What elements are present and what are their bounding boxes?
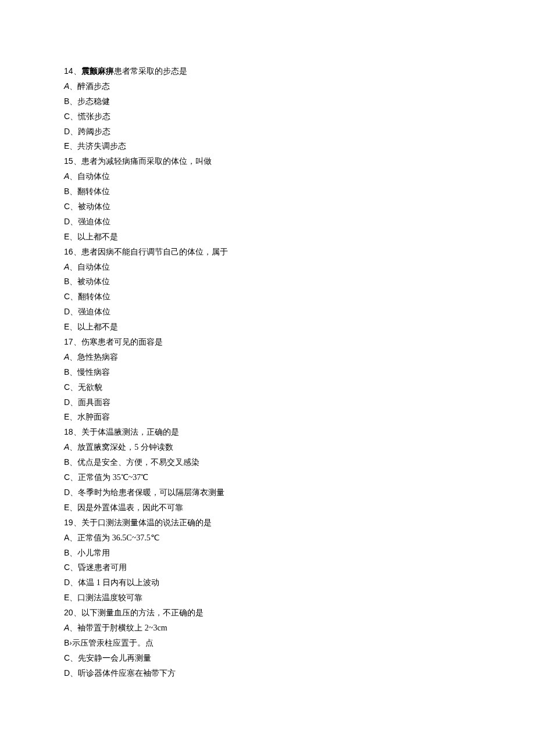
- option-label: B: [64, 96, 69, 106]
- option-line: D、体温 1 日内有以上波动: [64, 575, 465, 590]
- option-text: 正常值为 35℃~37℃: [78, 473, 148, 482]
- option-label: B: [64, 548, 69, 557]
- option-line: C、正常值为 35℃~37℃: [64, 470, 465, 485]
- option-label: D: [64, 307, 70, 316]
- option-label: E: [64, 232, 69, 241]
- option-text: 翻转体位: [78, 292, 110, 301]
- option-line: E、以上都不是: [64, 230, 465, 245]
- question-stem: 18、关于体温腋测法，正确的是: [64, 425, 465, 440]
- option-line: D、冬季时为给患者保暖，可以隔层薄衣测量: [64, 485, 465, 500]
- option-line: A、醉酒步态: [64, 79, 465, 94]
- option-label: C: [64, 292, 70, 301]
- option-text: 袖带置于肘横纹上 2~3cm: [77, 624, 167, 632]
- option-line: D、听诊器体件应塞在袖带下方: [64, 666, 465, 681]
- stem-emphasis: 震颤麻痹: [81, 67, 114, 76]
- option-line: B›示压管汞柱应置于。点: [64, 636, 465, 651]
- option-label: D: [64, 127, 70, 136]
- option-line: E、口测法温度较可靠: [64, 590, 465, 605]
- option-text: 翻转体位: [77, 187, 110, 196]
- question-stem: 16、患者因病不能自行调节自己的体位，属于: [64, 245, 465, 260]
- option-text: 自动体位: [77, 263, 110, 271]
- question-number: 18: [64, 427, 73, 436]
- option-text: 慌张步态: [78, 112, 110, 121]
- option-text: 小儿常用: [77, 549, 110, 557]
- option-label: A: [64, 533, 69, 542]
- option-line: D、跨阈步态: [64, 124, 465, 139]
- question-number: 20: [64, 608, 73, 617]
- question-stem: 19、关于口测法测量体温的说法正确的是: [64, 515, 465, 531]
- option-line: C、翻转体位: [64, 289, 465, 304]
- option-line: E、共济失调步态: [64, 139, 465, 154]
- option-line: D、面具面容: [64, 395, 465, 410]
- option-line: D、强迫体位: [64, 214, 465, 230]
- option-label: B: [64, 457, 69, 467]
- option-label: C: [64, 382, 70, 392]
- option-label: B: [64, 367, 69, 377]
- option-text: 步态稳健: [77, 97, 110, 106]
- option-line: B、被动体位: [64, 274, 465, 289]
- option-line: C、慌张步态: [64, 109, 465, 124]
- option-label: C: [64, 653, 70, 662]
- option-label: A: [64, 171, 69, 181]
- option-line: A、放置腋窝深处，5 分钟读数: [64, 440, 465, 455]
- option-text: 被动体位: [77, 277, 110, 286]
- stem-text: 患者为减轻病痛而采取的体位，叫做: [81, 157, 212, 166]
- stem-text: 关于口测法测量体温的说法正确的是: [81, 518, 212, 527]
- stem-text: 关于体温腋测法，正确的是: [81, 428, 179, 436]
- option-text: 示压管汞柱应置于。点: [72, 639, 154, 647]
- option-line: E、以上都不是: [64, 320, 465, 335]
- option-label: E: [64, 503, 69, 512]
- option-label: E: [64, 412, 69, 421]
- question-stem: 15、患者为减轻病痛而采取的体位，叫做: [64, 154, 465, 169]
- option-text: 自动体位: [77, 172, 110, 181]
- option-label: A: [64, 262, 69, 271]
- option-text: 以上都不是: [77, 323, 118, 331]
- option-text: 放置腋窝深处，5 分钟读数: [77, 443, 173, 452]
- option-text: 口测法温度较可靠: [77, 593, 142, 602]
- option-label: D: [64, 217, 70, 226]
- option-label: C: [64, 562, 70, 572]
- option-text: 共济失调步态: [77, 142, 126, 151]
- option-label: D: [64, 488, 70, 497]
- option-text: 水肿面容: [77, 413, 110, 421]
- option-line: B、翻转体位: [64, 184, 465, 199]
- question-number: 15: [64, 156, 73, 166]
- option-text: 跨阈步态: [78, 127, 110, 136]
- option-label: E: [64, 141, 69, 151]
- option-line: A、急性热病容: [64, 350, 465, 365]
- stem-text: 以下测量血压的方法，不正确的是: [81, 608, 204, 617]
- option-label: B: [64, 187, 69, 196]
- question-stem: 20、以下测量血压的方法，不正确的是: [64, 605, 465, 621]
- option-text: 优点是安全、方便，不易交叉感染: [77, 458, 199, 467]
- option-text: 体温 1 日内有以上波动: [78, 578, 159, 587]
- document-page: 14、震颤麻痹患者常采取的步态是A、醉酒步态B、步态稳健C、慌张步态D、跨阈步态…: [0, 0, 535, 756]
- option-label: C: [64, 472, 70, 482]
- option-line: B、小儿常用: [64, 546, 465, 561]
- option-text: 因是外置体温表，因此不可靠: [77, 503, 183, 512]
- option-line: C、先安静一会儿再测量: [64, 651, 465, 666]
- stem-text: 患者因病不能自行调节自己的体位，属于: [81, 248, 228, 256]
- stem-text: 伤寒患者可见的面容是: [81, 338, 163, 346]
- option-line: C、昏迷患者可用: [64, 560, 465, 575]
- option-line: C、被动体位: [64, 199, 465, 214]
- option-line: B、优点是安全、方便，不易交叉感染: [64, 455, 465, 470]
- option-text: 慢性病容: [77, 368, 110, 377]
- option-line: B、慢性病容: [64, 365, 465, 380]
- option-text: 听诊器体件应塞在袖带下方: [78, 669, 176, 678]
- option-line: C、无欲貌: [64, 380, 465, 395]
- option-text: 急性热病容: [77, 353, 118, 361]
- option-text: 先安静一会儿再测量: [78, 654, 151, 662]
- option-line: D、强迫体位: [64, 304, 465, 320]
- option-label: D: [64, 578, 70, 587]
- question-number: 16: [64, 247, 73, 256]
- option-line: E、水肿面容: [64, 410, 465, 425]
- option-label: A: [64, 442, 69, 452]
- option-label: D: [64, 397, 70, 407]
- option-text: 冬季时为给患者保暖，可以隔层薄衣测量: [78, 488, 224, 497]
- option-label: B: [64, 277, 69, 286]
- option-line: A、自动体位: [64, 169, 465, 184]
- option-label: A: [64, 623, 69, 632]
- option-label: B: [64, 638, 69, 647]
- question-number: 14: [64, 66, 73, 76]
- option-line: E、因是外置体温表，因此不可靠: [64, 500, 465, 515]
